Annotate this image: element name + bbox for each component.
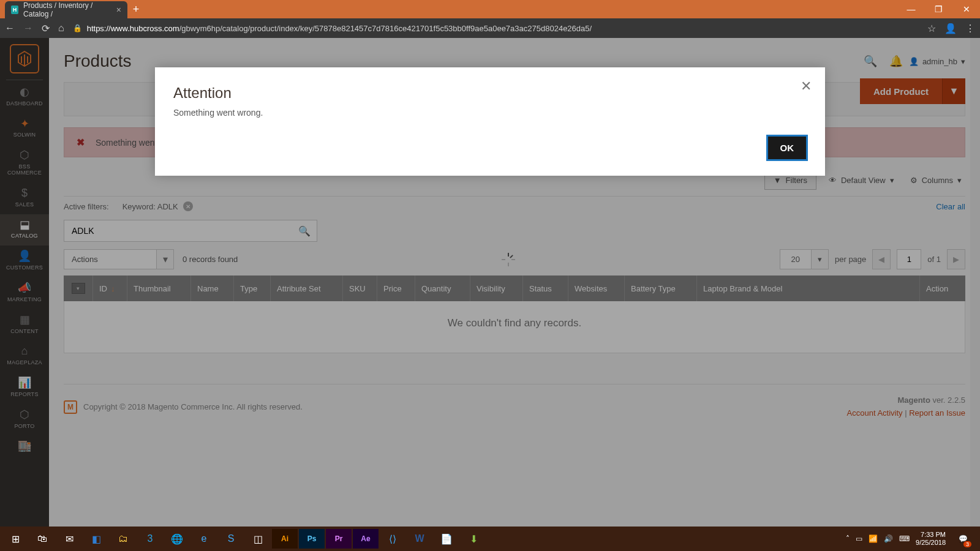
taskbar-ae-icon[interactable]: Ae [353,529,379,549]
user-menu[interactable]: 👤 admin_hb ▾ [909,57,965,66]
window-maximize-button[interactable]: ❐ [925,0,952,18]
taskbar-clock[interactable]: 7:33 PM 9/25/2018 [916,531,946,547]
sidebar-item-bss[interactable]: ⬡BSS COMMERCE [0,144,49,182]
windows-taskbar: ⊞ 🛍 ✉ ◧ 🗂 3 🌐 e S ◫ Ai Ps Pr Ae ⟨⟩ W 📄 ⬇… [0,527,980,551]
bell-icon[interactable]: 🔔 [889,54,903,68]
incognito-icon[interactable]: 👤 [944,23,957,34]
th-action[interactable]: Action [920,276,965,301]
tray-wifi-icon[interactable]: 📶 [869,534,878,543]
back-button[interactable]: ← [5,23,15,34]
search-icon[interactable]: 🔍 [864,54,877,68]
new-tab-button[interactable]: + [127,0,145,18]
reload-button[interactable]: ⟳ [42,23,50,34]
taskbar-idm-icon[interactable]: ⬇ [461,529,486,549]
th-price[interactable]: Price [377,276,415,301]
search-input[interactable] [64,226,292,236]
sidebar-item-solwin[interactable]: ✦SOLWIN [0,113,49,145]
th-thumbnail[interactable]: Thumbnail [127,276,191,301]
window-minimize-button[interactable]: — [897,0,925,18]
star-icon[interactable]: ☆ [927,23,936,34]
sidebar-item-customers[interactable]: 👤CUSTOMERS [0,246,49,277]
tab-favicon: H [11,6,18,14]
taskbar-store-icon[interactable]: 🛍 [29,529,55,549]
sidebar-item-sales[interactable]: $SALES [0,182,49,214]
records-found: 0 records found [183,255,238,264]
th-qty[interactable]: Quantity [415,276,470,301]
taskbar-pr-icon[interactable]: Pr [326,529,352,549]
sidebar-item-porto[interactable]: ⬡PORTO [0,404,49,436]
modal-close-button[interactable]: ✕ [801,78,812,94]
magento-logo[interactable] [10,44,39,73]
start-button[interactable]: ⊞ [2,529,28,549]
app-version: ver. 2.2.5 [930,395,965,405]
taskbar-outlook-icon[interactable]: ◧ [83,529,109,549]
th-laptop[interactable]: Laptop Brand & Model [697,276,920,301]
add-product-dropdown[interactable]: ▼ [942,78,965,104]
taskbar-ps-icon[interactable]: Ps [299,529,325,549]
th-sku[interactable]: SKU [343,276,377,301]
scrollbar[interactable] [970,38,980,527]
user-icon: 👤 [909,57,919,66]
add-product-button[interactable]: Add Product [860,78,942,104]
tab-close-icon[interactable]: × [116,5,121,15]
tray-battery-icon[interactable]: ▭ [856,534,862,543]
sidebar-item-reports[interactable]: 📊REPORTS [0,372,49,404]
tray-chevron-icon[interactable]: ˄ [846,534,850,543]
th-attrset[interactable]: Attribute Set [271,276,343,301]
taskbar-mail-icon[interactable]: ✉ [56,529,82,549]
taskbar-explorer-icon[interactable]: 🗂 [110,529,136,549]
report-issue-link[interactable]: Report an Issue [909,408,965,418]
sidebar-item-more[interactable]: 🏬 [0,435,49,461]
address-bar[interactable]: 🔒 https://www.hubcross.com/gbwym6hp/cata… [73,24,919,33]
th-id[interactable]: ID ↓ [93,276,127,301]
modal-ok-button[interactable]: OK [767,136,807,160]
system-tray[interactable]: ˄ ▭ 📶 🔊 ⌨ 7:33 PM 9/25/2018 💬3 [846,529,978,549]
taskbar-app2-icon[interactable]: ◫ [245,529,271,549]
per-page-label: per page [835,255,866,264]
chart-icon: 📊 [1,377,48,389]
select-all-checkbox[interactable]: ▾ [64,276,93,301]
th-visibility[interactable]: Visibility [470,276,523,301]
sidebar-item-marketing[interactable]: 📣MARKETING [0,277,49,309]
next-page-button[interactable]: ▶ [947,249,965,269]
taskbar-app-icon[interactable]: 3 [137,529,163,549]
forward-button[interactable]: → [23,23,33,34]
menu-icon[interactable]: ⋮ [965,23,975,34]
tray-lang-icon[interactable]: ⌨ [899,534,910,543]
taskbar-ai-icon[interactable]: Ai [272,529,298,549]
default-view-button[interactable]: 👁Default View▾ [825,171,898,189]
window-close-button[interactable]: ✕ [952,0,980,18]
chevron-down-icon: ▾ [961,57,965,66]
sidebar-item-dashboard[interactable]: ◐DASHBOARD [0,81,49,113]
columns-button[interactable]: ⚙Columns▾ [907,171,965,189]
tray-volume-icon[interactable]: 🔊 [884,534,893,543]
th-battery[interactable]: Battery Type [625,276,697,301]
prev-page-button[interactable]: ◀ [872,249,891,269]
page-size-select[interactable]: 20▾ [780,249,829,269]
th-websites[interactable]: Websites [568,276,625,301]
taskbar-edge-icon[interactable]: e [191,529,217,549]
taskbar-chrome-icon[interactable]: 🌐 [164,529,190,549]
page-input[interactable] [897,249,921,269]
actions-dropdown[interactable]: Actions ▾ [64,249,174,269]
sidebar-item-content[interactable]: ▦CONTENT [0,309,49,341]
clear-all-link[interactable]: Clear all [936,202,965,211]
taskbar-notepad-icon[interactable]: 📄 [434,529,459,549]
filter-chip-remove[interactable]: ✕ [183,201,193,211]
sidebar-item-catalog[interactable]: ⬓CATALOG [0,214,49,246]
sidebar-item-mageplaza[interactable]: ⌂MAGEPLAZA [0,340,49,372]
layout-icon: ▦ [1,314,48,326]
action-center-button[interactable]: 💬3 [952,529,974,549]
th-name[interactable]: Name [191,276,234,301]
taskbar-skype-icon[interactable]: S [218,529,244,549]
taskbar-word-icon[interactable]: W [407,529,432,549]
th-type[interactable]: Type [234,276,271,301]
search-button[interactable]: 🔍 [292,225,317,237]
taskbar-vscode-icon[interactable]: ⟨⟩ [380,529,405,549]
copyright: Copyright © 2018 Magento Commerce Inc. A… [83,402,303,411]
th-status[interactable]: Status [523,276,568,301]
browser-tab[interactable]: H Products / Inventory / Catalog / × [5,1,127,18]
account-activity-link[interactable]: Account Activity [847,408,903,418]
of-pages-label: of 1 [927,255,941,264]
home-button[interactable]: ⌂ [58,23,64,34]
